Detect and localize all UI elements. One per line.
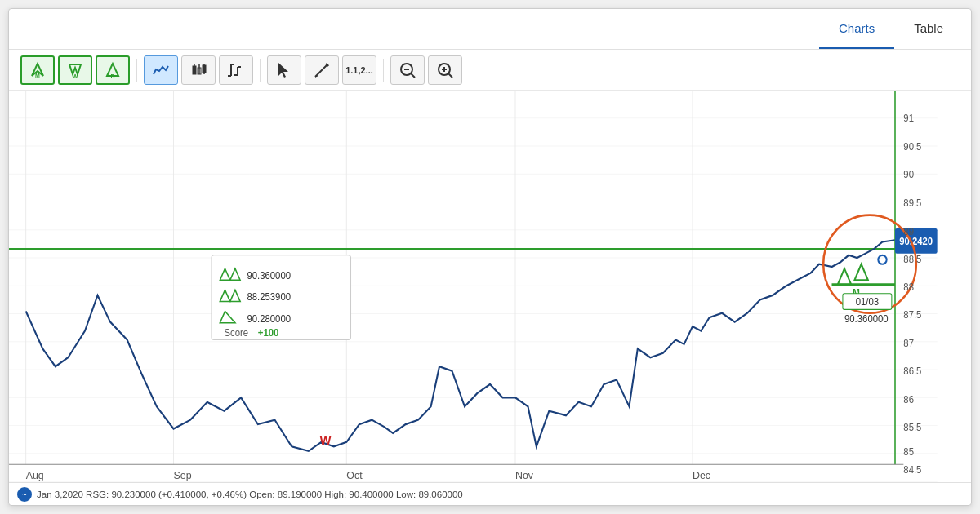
label-button[interactable]: 1.1,2... [342, 55, 376, 85]
y-label-88: 88 [903, 281, 914, 292]
separator-3 [383, 59, 384, 82]
w-icon: W [66, 61, 84, 79]
svg-line-23 [411, 73, 415, 78]
svg-line-19 [315, 64, 327, 77]
zoom-in-icon [436, 61, 454, 79]
svg-marker-18 [278, 63, 288, 78]
d-icon: D [104, 61, 122, 79]
y-label-86: 86 [903, 394, 914, 405]
candle-chart-button[interactable] [181, 55, 216, 85]
zoom-out-icon [399, 61, 416, 79]
w-period-button[interactable]: W [58, 55, 92, 85]
y-label-845: 84.5 [903, 464, 921, 475]
status-icon: ~ [17, 487, 32, 502]
svg-text:D: D [110, 73, 114, 79]
y-label-875: 87.5 [903, 309, 921, 320]
tab-table[interactable]: Table [894, 9, 963, 49]
x-label-dec: Dec [693, 468, 711, 481]
price-highlight-label: 90.2420 [899, 235, 933, 246]
separator-2 [260, 59, 261, 82]
y-label-895: 89.5 [903, 197, 921, 208]
draw-icon [313, 61, 331, 79]
m-icon: M [29, 61, 47, 79]
tooltip-m-value2: 88.253900 [247, 291, 291, 302]
y-label-87: 87 [903, 338, 914, 348]
cursor-icon [275, 61, 293, 79]
line-chart-button[interactable] [144, 55, 178, 85]
tooltip-m-value1: 90.360000 [247, 270, 291, 281]
d-period-button[interactable]: D [96, 55, 130, 85]
tab-bar: Charts Table [9, 9, 971, 50]
y-label-865: 86.5 [903, 366, 921, 376]
x-label-sep: Sep [174, 468, 192, 481]
tooltip-d-value: 90.280000 [247, 312, 291, 323]
toolbar: M W D [9, 50, 971, 91]
y-label-91: 91 [903, 113, 914, 123]
cursor-button[interactable] [267, 55, 301, 85]
y-label-85: 85 [903, 446, 914, 457]
status-text: Jan 3,2020 RSG: 90.230000 (+0.410000, +0… [37, 490, 463, 499]
y-label-905: 90.5 [903, 141, 921, 152]
w-marker: W [320, 434, 332, 447]
zoom-in-button[interactable] [428, 55, 462, 85]
svg-text:W: W [73, 73, 78, 79]
x-label-oct: Oct [346, 468, 363, 481]
m-period-button[interactable]: M [20, 55, 55, 85]
status-bar: ~ Jan 3,2020 RSG: 90.230000 (+0.410000, … [9, 482, 971, 505]
y-label-885: 88.5 [903, 253, 921, 264]
main-container: Charts Table M W D [8, 8, 972, 506]
x-label-nov: Nov [515, 468, 534, 481]
crosshair-date: 01/03 [856, 296, 879, 307]
tooltip-score-value: +100 [258, 327, 279, 338]
y-label-90: 90 [903, 169, 914, 179]
y-label-855: 85.5 [903, 421, 921, 432]
zoom-out-button[interactable] [390, 55, 425, 85]
chart-svg: W 90.2420 M 90.360000 [9, 91, 971, 482]
draw-button[interactable] [305, 55, 339, 85]
svg-rect-29 [9, 91, 938, 482]
tab-charts[interactable]: Charts [819, 9, 894, 49]
tooltip-score-label: Score [225, 327, 249, 338]
separator-1 [136, 59, 137, 82]
hlc-chart-button[interactable] [219, 55, 253, 85]
crosshair-value: 90.360000 [844, 312, 889, 323]
y-label-89: 89 [903, 225, 914, 236]
hlc-icon [227, 61, 245, 79]
line-chart-icon [152, 61, 170, 79]
svg-line-27 [448, 73, 452, 78]
svg-text:M: M [35, 73, 40, 78]
chart-area[interactable]: W 90.2420 M 90.360000 [9, 91, 971, 482]
candle-chart-icon [189, 61, 207, 79]
x-label-aug: Aug [26, 468, 44, 481]
